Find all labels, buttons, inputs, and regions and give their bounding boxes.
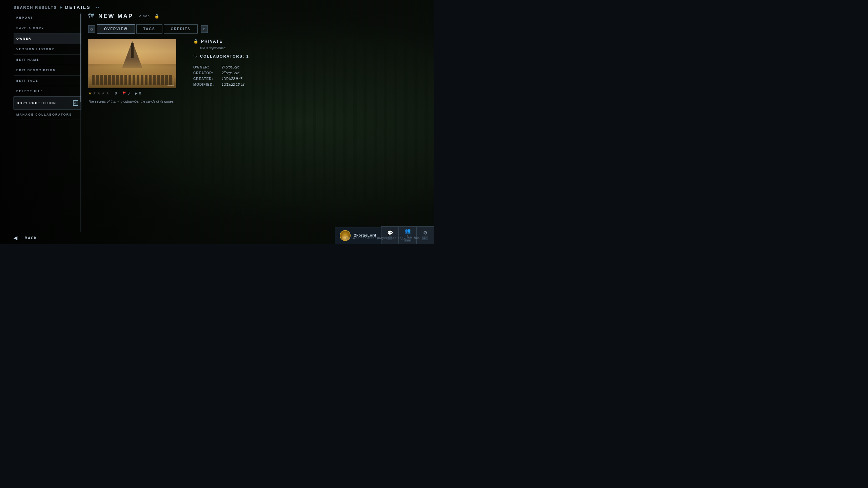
- checkmark-icon: ✓: [74, 101, 77, 105]
- status-sub-label: File is unpublished: [200, 46, 414, 50]
- collaborators-row: 🛡 COLLABORATORS: 1: [193, 54, 414, 59]
- back-label: Back: [25, 236, 37, 240]
- status-private-label: PRIVATE: [201, 39, 223, 44]
- sidebar-item-version-history[interactable]: VERSION HISTORY: [14, 44, 81, 55]
- plays-count: 0: [139, 92, 141, 95]
- breadcrumb-parent: SEARCH RESULTS: [14, 5, 57, 9]
- star-1: ★: [88, 91, 92, 96]
- sidebar-item-edit-description[interactable]: EDIT DESCRIPTION: [14, 65, 81, 76]
- tab-credits[interactable]: CREDITS: [164, 24, 198, 34]
- star-2: ★: [93, 91, 96, 96]
- thumbnail-ruins: [92, 75, 173, 85]
- title-bar: 🗺 NEW MAP V 005 🔒: [88, 13, 414, 20]
- sidebar-item-report[interactable]: REPORT: [14, 13, 81, 23]
- tab-tags[interactable]: TAGS: [136, 24, 162, 34]
- map-title: NEW MAP: [98, 13, 133, 20]
- created-row: CREATED: 10/04/22 9:43: [193, 77, 414, 81]
- star-5: ★: [106, 91, 110, 96]
- plays-stat: ▶ 0: [135, 92, 141, 95]
- back-button[interactable]: ◀─ Back: [14, 235, 37, 241]
- tab-key-left: Q: [88, 25, 95, 33]
- sidebar-item-save-a-copy[interactable]: SAVE A COPY: [14, 23, 81, 34]
- main-content: REPORT SAVE A COPY OWNER VERSION HISTORY…: [0, 13, 434, 232]
- sidebar: REPORT SAVE A COPY OWNER VERSION HISTORY…: [14, 13, 81, 232]
- rating-count: 0: [115, 92, 117, 95]
- sidebar-item-edit-tags[interactable]: EDIT TAGS: [14, 76, 81, 86]
- play-icon: ▶: [135, 92, 138, 95]
- owner-row: OWNER: 2ForgeLord: [193, 65, 414, 69]
- sidebar-item-edit-name[interactable]: EDIT NAME: [14, 55, 81, 65]
- map-thumbnail: [88, 39, 176, 88]
- created-value: 10/04/22 9:43: [222, 77, 242, 81]
- meta-table: OWNER: 2ForgeLord CREATOR: 2ForgeLord CR…: [193, 65, 414, 86]
- back-icon: ◀─: [14, 235, 22, 241]
- modified-value: 10/19/22 16:52: [222, 83, 244, 86]
- tab-key-right: E: [201, 25, 208, 33]
- footer: ◀─ Back Set whether other players can co…: [0, 232, 434, 244]
- breadcrumb-current: DETAILS: [65, 5, 91, 10]
- modified-key: MODIFIED:: [193, 83, 220, 86]
- tab-overview[interactable]: OVERVIEW: [97, 24, 135, 34]
- shield-icon: 🛡: [193, 54, 197, 59]
- breadcrumb-dots: ● ●: [96, 6, 100, 9]
- map-description: The secrets of this ring outnumber the s…: [88, 99, 176, 104]
- sidebar-item-copy-protection-label: COPY PROTECTION: [17, 101, 56, 105]
- content-area: 🗺 NEW MAP V 005 🔒 Q OVERVIEW TAGS CREDIT…: [81, 13, 420, 232]
- overview-content: ★ ★ ★ ★ ★ 0 🚩 0 ▶ 0: [88, 39, 414, 104]
- scroll-thumb: [80, 14, 81, 102]
- thumbnail-corner-indicator: [167, 79, 174, 86]
- status-row: 🔒 PRIVATE: [193, 39, 414, 44]
- bookmark-count: 0: [128, 92, 130, 95]
- owner-key: OWNER:: [193, 65, 220, 69]
- version-badge: V 005: [139, 15, 150, 18]
- bookmark-icon: 🚩: [122, 92, 126, 95]
- owner-value: 2ForgeLord: [222, 65, 239, 69]
- copy-protection-checkbox[interactable]: ✓: [73, 100, 78, 106]
- map-icon: 🗺: [88, 13, 94, 20]
- tabs-row: Q OVERVIEW TAGS CREDITS E: [88, 24, 414, 34]
- creator-row: CREATOR: 2ForgeLord: [193, 71, 414, 75]
- status-lock-icon: 🔒: [193, 39, 198, 44]
- breadcrumb-separator: ▶: [60, 5, 62, 9]
- sidebar-item-owner-label: OWNER: [16, 37, 32, 40]
- collaborators-label: COLLABORATORS: 1: [200, 54, 249, 58]
- lock-icon: 🔒: [154, 14, 159, 19]
- thumbnail-area: ★ ★ ★ ★ ★ 0 🚩 0 ▶ 0: [88, 39, 176, 104]
- star-4: ★: [101, 91, 105, 96]
- sidebar-item-manage-collaborators[interactable]: MANAGE COLLABORATORS: [14, 109, 81, 120]
- footer-hint: Set whether other players can copy this …: [346, 236, 420, 240]
- star-rating: ★ ★ ★ ★ ★: [88, 91, 110, 96]
- creator-value: 2ForgeLord: [222, 71, 239, 75]
- header: SEARCH RESULTS ▶ DETAILS ● ●: [0, 0, 434, 13]
- right-panel: 🔒 PRIVATE File is unpublished 🛡 COLLABOR…: [186, 39, 414, 104]
- sidebar-item-delete-file[interactable]: DELETE FILE: [14, 86, 81, 97]
- sidebar-item-owner[interactable]: OWNER: [14, 34, 81, 44]
- modified-row: MODIFIED: 10/19/22 16:52: [193, 83, 414, 86]
- bookmark-stat: 🚩 0: [122, 92, 130, 95]
- sidebar-item-copy-protection[interactable]: COPY PROTECTION ✓: [14, 97, 81, 109]
- rating-row: ★ ★ ★ ★ ★ 0 🚩 0 ▶ 0: [88, 91, 176, 96]
- star-3: ★: [97, 91, 101, 96]
- thumbnail-structure: [131, 43, 134, 58]
- creator-key: CREATOR:: [193, 71, 220, 75]
- created-key: CREATED:: [193, 77, 220, 81]
- scroll-indicator: [80, 13, 81, 232]
